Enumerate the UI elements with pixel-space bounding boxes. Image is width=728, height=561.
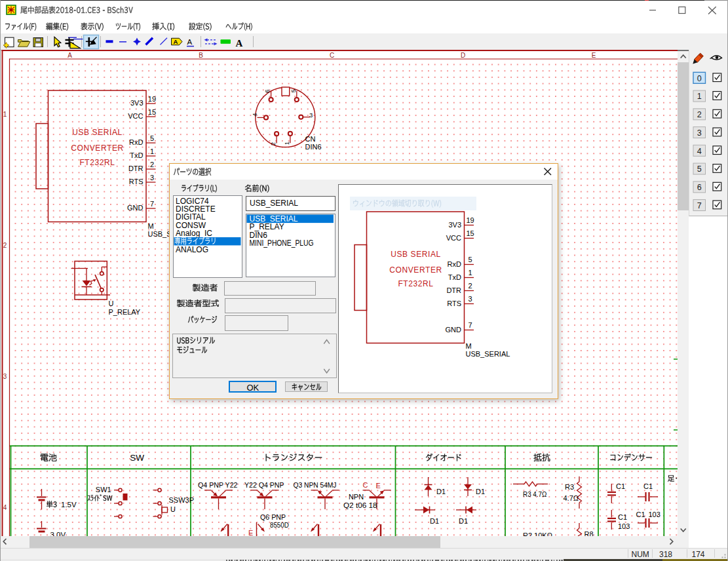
svg-text:3V3: 3V3 — [448, 221, 461, 229]
svg-text:1: 1 — [150, 147, 154, 155]
svg-text:6: 6 — [263, 89, 271, 92]
svg-text:Q4 PNP Y22: Q4 PNP Y22 — [198, 481, 238, 489]
svg-text:D1: D1 — [459, 517, 468, 525]
svg-text:TxD: TxD — [130, 151, 143, 159]
svg-text:15: 15 — [467, 229, 474, 237]
svg-text:3: 3 — [309, 111, 313, 119]
svg-text:SSW3P: SSW3P — [169, 496, 195, 504]
svg-text:3: 3 — [150, 174, 154, 182]
svg-text:CN: CN — [305, 135, 316, 143]
svg-text:E: E — [248, 529, 253, 537]
svg-text:D1: D1 — [430, 517, 439, 525]
svg-text:E: E — [376, 482, 381, 490]
svg-text:Q6 PNP: Q6 PNP — [260, 513, 286, 521]
svg-text:103: 103 — [649, 511, 661, 518]
svg-text:4: 4 — [3, 504, 7, 511]
svg-text:R3: R3 — [565, 483, 574, 491]
svg-text:C1: C1 — [643, 482, 653, 490]
svg-text:5: 5 — [469, 256, 472, 263]
svg-text:A: A — [187, 38, 193, 46]
svg-text:U: U — [170, 505, 176, 513]
svg-text:VCC: VCC — [128, 112, 143, 120]
svg-text:C: C — [330, 52, 334, 59]
svg-text:3V3: 3V3 — [130, 99, 144, 107]
svg-text:E: E — [592, 52, 596, 59]
svg-text:M: M — [466, 342, 472, 350]
svg-text:B: B — [199, 52, 203, 59]
svg-text:2: 2 — [269, 142, 277, 145]
svg-text:Q3 NPN 54MJ: Q3 NPN 54MJ — [294, 481, 337, 489]
svg-text:DIN6: DIN6 — [305, 143, 322, 151]
svg-text:1: 1 — [283, 142, 290, 145]
svg-text:C1: C1 — [618, 513, 627, 521]
svg-text:5: 5 — [290, 89, 297, 92]
svg-text:P_RELAY: P_RELAY — [109, 308, 141, 316]
svg-text:USB_SERIAL: USB_SERIAL — [250, 199, 298, 208]
svg-text:NUM: NUM — [632, 550, 649, 559]
svg-text:R8: R8 — [584, 530, 594, 537]
svg-text:MINI_PHONE_PLUG: MINI_PHONE_PLUG — [250, 239, 314, 248]
svg-text:15: 15 — [148, 108, 156, 116]
svg-text:2: 2 — [469, 282, 472, 290]
svg-text:CONVERTER: CONVERTER — [71, 144, 124, 153]
svg-text:RxD: RxD — [448, 260, 461, 268]
svg-text:103: 103 — [618, 522, 630, 530]
svg-text:FT232RL: FT232RL — [398, 279, 433, 288]
svg-text:7: 7 — [469, 321, 472, 329]
svg-text:NPN: NPN — [349, 493, 364, 501]
svg-text:USB SERIAL: USB SERIAL — [391, 250, 441, 259]
svg-text:318: 318 — [659, 550, 672, 559]
svg-text:1: 1 — [469, 269, 472, 277]
svg-text:A: A — [174, 38, 178, 45]
svg-text:8550D: 8550D — [270, 521, 289, 529]
svg-text:1: 1 — [3, 111, 7, 118]
svg-text:DTR: DTR — [446, 286, 461, 294]
svg-text:2: 2 — [3, 242, 7, 249]
svg-text:SW: SW — [130, 453, 144, 463]
svg-text:C1: C1 — [616, 482, 625, 490]
svg-text:5: 5 — [150, 134, 154, 142]
svg-text:C: C — [363, 481, 368, 489]
svg-text:U: U — [109, 300, 114, 307]
svg-text:174: 174 — [692, 550, 705, 559]
svg-text:C1: C1 — [636, 511, 645, 518]
svg-text:2: 2 — [150, 161, 154, 168]
svg-text:M: M — [148, 222, 154, 230]
svg-text:19: 19 — [148, 95, 156, 103]
svg-text:D: D — [461, 52, 465, 59]
svg-text:RTS: RTS — [129, 178, 144, 185]
svg-text:1.5V: 1.5V — [61, 501, 77, 509]
svg-text:R2 10KΩ: R2 10KΩ — [523, 532, 552, 536]
svg-text:SW1: SW1 — [96, 486, 111, 493]
svg-text:RxD: RxD — [129, 138, 143, 146]
svg-text:4: 4 — [251, 113, 258, 116]
svg-text:USB SERIAL: USB SERIAL — [72, 128, 123, 137]
svg-text:3: 3 — [469, 295, 472, 303]
svg-text:D1: D1 — [476, 488, 485, 495]
svg-text:RTS: RTS — [447, 300, 461, 307]
svg-text:CONVERTER: CONVERTER — [389, 265, 442, 275]
svg-text:Analog_IC: Analog_IC — [176, 229, 212, 238]
svg-text:DTR: DTR — [128, 164, 144, 172]
svg-text:3: 3 — [3, 373, 7, 380]
svg-text:Q2 t06 18: Q2 t06 18 — [343, 501, 377, 509]
svg-text:GND: GND — [446, 326, 462, 334]
svg-text:A: A — [236, 38, 243, 48]
svg-text:19: 19 — [467, 216, 474, 224]
svg-text:4.7Ω: 4.7Ω — [564, 494, 579, 502]
svg-text:GND: GND — [127, 204, 144, 212]
svg-text:3.0V: 3.0V — [50, 531, 66, 537]
svg-text:OK: OK — [246, 383, 259, 393]
svg-text:FT232RL: FT232RL — [79, 158, 115, 167]
svg-text:USB_SERIAL: USB_SERIAL — [466, 350, 510, 358]
svg-text:Y22 Q4 PNP: Y22 Q4 PNP — [244, 481, 284, 489]
svg-text:D1: D1 — [436, 488, 446, 495]
svg-text:TxD: TxD — [448, 273, 461, 281]
svg-text:VCC: VCC — [446, 234, 461, 242]
svg-text:7: 7 — [150, 200, 154, 208]
svg-text:R3 4.7Ω: R3 4.7Ω — [523, 490, 547, 498]
svg-text:A: A — [67, 52, 72, 59]
svg-text:ANALOG: ANALOG — [176, 245, 208, 254]
